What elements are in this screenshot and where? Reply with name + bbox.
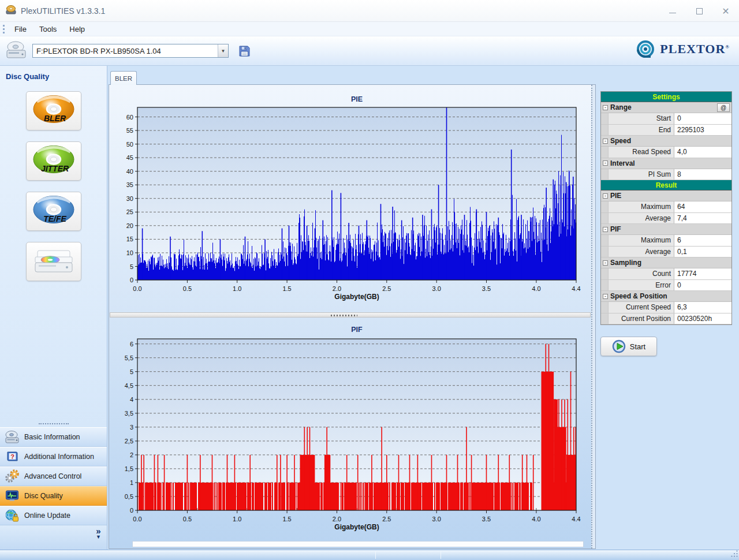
row-value[interactable]: 4,0 bbox=[674, 147, 731, 158]
group-header-speed-position: -Speed & Position bbox=[601, 291, 731, 302]
table-row-maximum: Maximum6 bbox=[601, 235, 731, 247]
row-value[interactable]: 0 bbox=[674, 113, 731, 124]
svg-text:5,5: 5,5 bbox=[125, 354, 133, 361]
nav-footer: » ▼ bbox=[0, 525, 107, 550]
tab-bler[interactable]: BLER bbox=[110, 71, 137, 85]
resize-grip[interactable] bbox=[731, 550, 738, 559]
svg-text:35: 35 bbox=[126, 181, 133, 188]
sidebar-item-label: Online Update bbox=[24, 512, 70, 520]
disc-button-bler[interactable]: BLER bbox=[26, 91, 81, 130]
save-button[interactable] bbox=[236, 43, 253, 59]
sidebar-nav: Basic Information?Additional Information… bbox=[0, 423, 107, 550]
row-label: Current Speed bbox=[609, 302, 674, 313]
collapse-toggle[interactable]: - bbox=[603, 227, 608, 232]
row-value[interactable]: 8 bbox=[674, 169, 731, 180]
pie-chart: 0510152025303540455055600.00.51.01.52.02… bbox=[110, 86, 592, 314]
start-button[interactable]: Start bbox=[600, 337, 657, 356]
sidebar-item-basic-information[interactable]: Basic Information bbox=[0, 427, 107, 447]
disc-button-jitter[interactable]: JITTER bbox=[26, 141, 81, 181]
sidebar-item-label: Advanced Control bbox=[24, 472, 81, 480]
gears-icon bbox=[4, 469, 20, 484]
row-indent bbox=[601, 302, 609, 313]
group-name: PIE bbox=[610, 192, 621, 200]
group-name: Speed & Position bbox=[610, 292, 667, 300]
at-button[interactable]: @ bbox=[717, 103, 730, 112]
table-row-current-speed: Current Speed6,3 bbox=[601, 302, 731, 313]
sidebar-item-additional-information[interactable]: ?Additional Information bbox=[0, 447, 107, 466]
row-label: Current Position bbox=[609, 313, 674, 324]
svg-text:Gigabyte(GB): Gigabyte(GB) bbox=[334, 293, 379, 301]
book-icon: ? bbox=[4, 450, 20, 464]
nav-drag-handle[interactable] bbox=[39, 423, 69, 424]
start-button-label: Start bbox=[630, 342, 645, 351]
settings-header: Settings bbox=[601, 92, 731, 102]
drive-tray-icon bbox=[29, 245, 79, 278]
sidebar-item-label: Disc Quality bbox=[24, 492, 63, 500]
row-label: End bbox=[609, 125, 674, 136]
app-window: { "window": { "title": "PlexUTILITIES v1… bbox=[0, 0, 739, 560]
collapse-toggle[interactable]: - bbox=[603, 294, 608, 299]
svg-text:50: 50 bbox=[126, 141, 133, 148]
toolbar: F:PLEXTOR BD-R PX-LB950SA 1.04 ▼ PLEXTOR… bbox=[0, 36, 739, 66]
group-header-pie: -PIE bbox=[601, 191, 731, 201]
svg-text:PIE: PIE bbox=[351, 95, 363, 103]
sidebar-item-label: Additional Information bbox=[24, 453, 94, 461]
titlebar: PlexUTILITIES v1.3.3.1 ✕ bbox=[0, 0, 739, 22]
vertical-splitter[interactable] bbox=[591, 85, 595, 548]
svg-text:2.5: 2.5 bbox=[382, 516, 391, 522]
row-indent bbox=[601, 169, 609, 180]
row-indent bbox=[601, 113, 609, 124]
plextor-logo: PLEXTOR® bbox=[636, 40, 730, 58]
disc-button-tefe[interactable]: TE/FE bbox=[26, 192, 81, 231]
svg-text:0: 0 bbox=[130, 507, 133, 514]
minimize-button[interactable] bbox=[659, 0, 686, 22]
row-value[interactable]: 2295103 bbox=[674, 125, 731, 136]
nav-collapse-button[interactable]: » ▼ bbox=[96, 528, 101, 540]
disc-button-eject[interactable] bbox=[26, 242, 81, 281]
minimize-icon bbox=[669, 13, 676, 13]
svg-text:10: 10 bbox=[126, 249, 133, 256]
sidebar-item-online-update[interactable]: Online Update bbox=[0, 506, 107, 525]
close-button[interactable]: ✕ bbox=[712, 0, 739, 22]
svg-text:4.0: 4.0 bbox=[532, 516, 540, 522]
collapse-toggle[interactable]: - bbox=[603, 160, 608, 166]
table-row-maximum: Maximum64 bbox=[601, 201, 731, 213]
settings-panel: Settings-Range@Start0End2295103-SpeedRea… bbox=[596, 66, 739, 550]
menu-grip-icon[interactable] bbox=[3, 25, 5, 33]
svg-text:3.0: 3.0 bbox=[432, 516, 441, 522]
close-icon: ✕ bbox=[722, 6, 729, 17]
sidebar-item-disc-quality[interactable]: Disc Quality bbox=[0, 486, 107, 506]
monitor-icon bbox=[4, 489, 20, 503]
svg-text:2,5: 2,5 bbox=[125, 438, 133, 445]
collapse-toggle[interactable]: - bbox=[603, 139, 608, 144]
row-label: Count bbox=[609, 268, 674, 279]
collapse-toggle[interactable]: - bbox=[603, 193, 608, 199]
drive-select[interactable]: F:PLEXTOR BD-R PX-LB950SA 1.04 ▼ bbox=[32, 44, 229, 58]
svg-text:1.5: 1.5 bbox=[282, 516, 291, 522]
maximize-button[interactable] bbox=[686, 0, 712, 22]
sidebar-title: Disc Quality bbox=[0, 66, 107, 83]
chevrons-right-icon: » bbox=[96, 528, 101, 534]
chevron-down-icon[interactable]: ▼ bbox=[218, 44, 228, 57]
svg-text:4.4: 4.4 bbox=[572, 285, 580, 292]
sidebar-item-advanced-control[interactable]: Advanced Control bbox=[0, 466, 107, 486]
svg-text:2.5: 2.5 bbox=[382, 285, 391, 292]
main-content: Disc Quality BLERJITTERTE/FE Basic Infor… bbox=[0, 66, 739, 550]
menu-help[interactable]: Help bbox=[63, 23, 91, 35]
group-header-interval: -Interval bbox=[601, 158, 731, 169]
row-value: 6 bbox=[674, 235, 731, 246]
table-row-pi-sum: PI Sum8 bbox=[601, 169, 731, 181]
row-label: Read Speed bbox=[609, 147, 674, 158]
svg-text:0.0: 0.0 bbox=[133, 516, 141, 522]
collapse-toggle[interactable]: - bbox=[603, 260, 608, 266]
table-row-error: Error0 bbox=[601, 280, 731, 292]
menu-file[interactable]: File bbox=[8, 23, 33, 35]
bottom-panel-strip bbox=[132, 541, 584, 547]
row-indent bbox=[601, 147, 609, 158]
svg-text:55: 55 bbox=[126, 127, 133, 134]
statusbar-separator bbox=[441, 551, 441, 559]
collapse-toggle[interactable]: - bbox=[603, 105, 608, 110]
table-row-read-speed: Read Speed4,0 bbox=[601, 147, 731, 158]
menu-tools[interactable]: Tools bbox=[33, 23, 63, 35]
chart-splitter[interactable] bbox=[110, 312, 591, 318]
